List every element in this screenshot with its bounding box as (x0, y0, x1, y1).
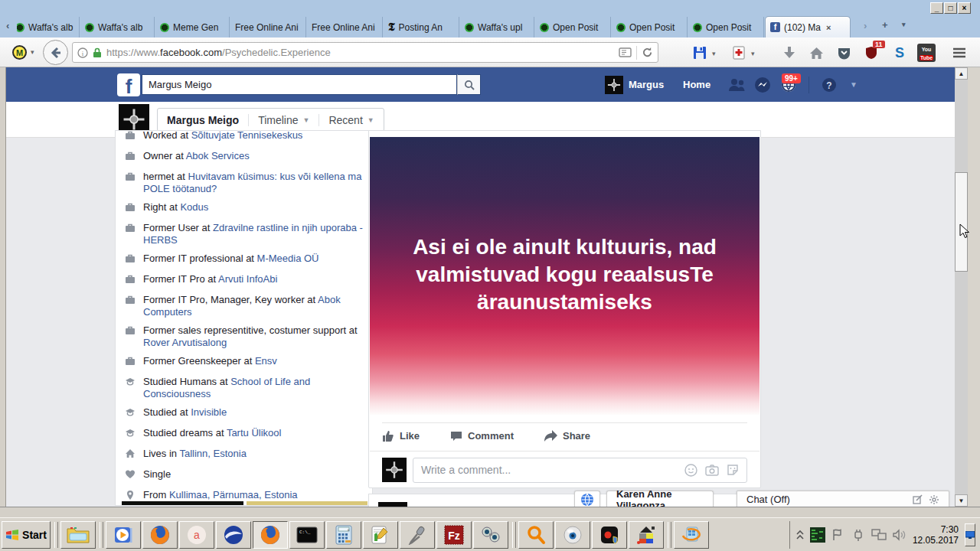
about-link[interactable]: M-Meedia OÜ (257, 253, 319, 264)
new-tab-button[interactable]: + (882, 19, 888, 31)
browser-tab[interactable]: 𝕿Posting An (384, 17, 459, 37)
site-info-icon[interactable]: i (77, 47, 88, 58)
emoji-icon[interactable] (684, 464, 697, 477)
page-scrollbar[interactable]: ▲ ▼ (955, 67, 968, 507)
taskbar-terminal-icon[interactable]: C:\_ (289, 521, 325, 549)
url-bar[interactable]: i https://www.facebook.com/Psychedelic.E… (72, 42, 658, 63)
maximize-button[interactable]: □ (944, 2, 957, 14)
post-image[interactable]: Asi ei ole ainult kultuuris, nad valmist… (370, 137, 760, 415)
camera-icon[interactable] (705, 465, 719, 476)
comment-input[interactable]: Write a comment... (413, 458, 747, 483)
profile-shortcut[interactable]: Margus (605, 67, 664, 102)
taskbar-binoculars-icon[interactable] (473, 521, 508, 549)
scroll-down-icon[interactable]: ▼ (955, 494, 968, 507)
save-caret-icon[interactable]: ▾ (712, 50, 716, 57)
menu-hamburger-icon[interactable] (949, 43, 969, 63)
home-link[interactable]: Home (683, 67, 710, 102)
reader-mode-icon[interactable] (619, 47, 632, 57)
taskbar-calculator-icon[interactable]: 0 (326, 521, 361, 549)
about-link[interactable]: Abok Services (186, 150, 250, 161)
about-link[interactable]: Invisible (191, 406, 227, 418)
tab-scroll-left-icon[interactable]: ‹ (6, 20, 9, 31)
list-tabs-icon[interactable]: ▾ (902, 21, 906, 28)
about-link[interactable]: Sõltuvjate Tennisekeskus (191, 130, 303, 141)
tray-flag-icon[interactable] (831, 528, 845, 542)
browser-tab[interactable]: Free Online Ani (230, 17, 306, 37)
browser-tab-active[interactable]: f(102) Ma× (765, 16, 851, 37)
search-button[interactable] (457, 74, 481, 95)
tab-scroll-right-icon[interactable]: › (864, 20, 867, 31)
facebook-logo[interactable]: f (117, 73, 140, 96)
medical-caret-icon[interactable]: ▾ (751, 50, 755, 57)
taskbar-firefox-active-icon[interactable] (253, 521, 288, 549)
taskbar-akregator-icon[interactable]: a (179, 521, 214, 549)
about-link[interactable]: Kullimaa, Pärnumaa, Estonia (169, 489, 298, 500)
help-icon[interactable]: ? (818, 74, 840, 96)
tray-network-icon[interactable] (871, 529, 887, 541)
taskbar-filezilla-icon[interactable]: Fz (436, 521, 472, 549)
messenger-icon[interactable] (752, 74, 773, 96)
taskbar-text-editor-icon[interactable]: ++ (363, 521, 398, 549)
about-link[interactable]: Ensv (255, 355, 277, 367)
comment-button[interactable]: Comment (450, 430, 514, 442)
tab-close-icon[interactable]: × (826, 23, 831, 32)
browser-tab[interactable]: Open Posit (535, 17, 611, 37)
tray-speaker-icon[interactable] (893, 529, 906, 541)
about-link[interactable]: Kodus (180, 201, 208, 213)
chat-globe-tab[interactable] (574, 491, 600, 507)
tray-power-plug-icon[interactable] (851, 528, 865, 542)
taskbar-clock[interactable]: 7:30 12.05.2017 (913, 524, 959, 546)
back-button[interactable] (43, 40, 68, 65)
tray-matrix-console-icon[interactable] (810, 527, 825, 543)
friend-requests-icon[interactable] (726, 74, 747, 96)
extension-caret-icon[interactable]: ▾ (31, 48, 34, 56)
taskbar-firefox-icon[interactable] (142, 521, 178, 549)
scroll-up-icon[interactable]: ▲ (955, 67, 968, 80)
browser-tab[interactable]: Open Posit (612, 17, 688, 37)
extension-badge-icon[interactable]: M (12, 45, 27, 60)
browser-tab[interactable]: Meme Gen (155, 17, 230, 37)
browser-tab[interactable]: Open Posit (688, 17, 764, 37)
chat-conversation-tab[interactable]: Karen Anne Villagonza (606, 491, 714, 507)
search-input[interactable] (142, 74, 457, 95)
taskbar-media-player-icon[interactable] (106, 521, 141, 549)
taskbar-magnifier-icon[interactable] (518, 521, 554, 549)
scrollbar-thumb[interactable] (955, 172, 968, 272)
photo-thumbnails[interactable] (122, 501, 368, 505)
save-page-icon[interactable] (690, 43, 710, 63)
youtube-icon[interactable]: You Tube (916, 43, 936, 63)
taskbar-eyeball-icon[interactable] (555, 521, 590, 549)
taskbar-seamonkey-icon[interactable] (216, 521, 251, 549)
new-message-icon[interactable] (913, 494, 923, 504)
browser-tab[interactable]: Waffa's alb (80, 17, 155, 37)
close-button[interactable]: × (958, 2, 971, 14)
taskbar-color-shapes-icon[interactable] (629, 521, 664, 549)
pocket-icon[interactable] (834, 43, 854, 63)
account-menu-caret-icon[interactable]: ▼ (843, 74, 864, 96)
home-icon[interactable] (806, 43, 826, 63)
taskbar-windows-update-icon[interactable] (674, 521, 709, 549)
reload-icon[interactable] (642, 47, 653, 58)
taskbar-explorer-icon[interactable] (60, 521, 96, 549)
like-button[interactable]: Like (382, 430, 420, 442)
about-link[interactable]: Rover Arvutisalong (143, 337, 227, 348)
downloads-icon[interactable] (779, 43, 799, 63)
minimize-button[interactable]: _ (930, 2, 943, 14)
tray-expand-chevron-icon[interactable] (796, 530, 804, 540)
taskbar-recorder-icon[interactable] (592, 521, 627, 549)
chat-settings-gear-icon[interactable] (929, 494, 939, 505)
profile-name[interactable]: Margus Meigo (158, 114, 248, 126)
chat-bar[interactable]: Chat (Off) (737, 491, 949, 507)
about-link[interactable]: Arvuti InfoAbi (218, 273, 277, 285)
sticker-icon[interactable] (727, 464, 739, 476)
show-desktop-button[interactable] (965, 523, 975, 546)
about-link[interactable]: Tallinn, Estonia (179, 448, 246, 459)
start-button[interactable]: Start (2, 521, 51, 549)
browser-tab[interactable]: Free Online Ani (307, 17, 383, 37)
browser-tab[interactable]: Waffa's upl (460, 17, 534, 37)
url-text[interactable]: https://www.facebook.com/Psychedelic.Exp… (106, 47, 614, 58)
about-link[interactable]: Tartu Ülikool (227, 427, 282, 439)
scribd-icon[interactable]: S (890, 43, 910, 63)
recent-dropdown[interactable]: Recent▼ (318, 114, 383, 126)
medical-page-icon[interactable] (729, 43, 749, 63)
